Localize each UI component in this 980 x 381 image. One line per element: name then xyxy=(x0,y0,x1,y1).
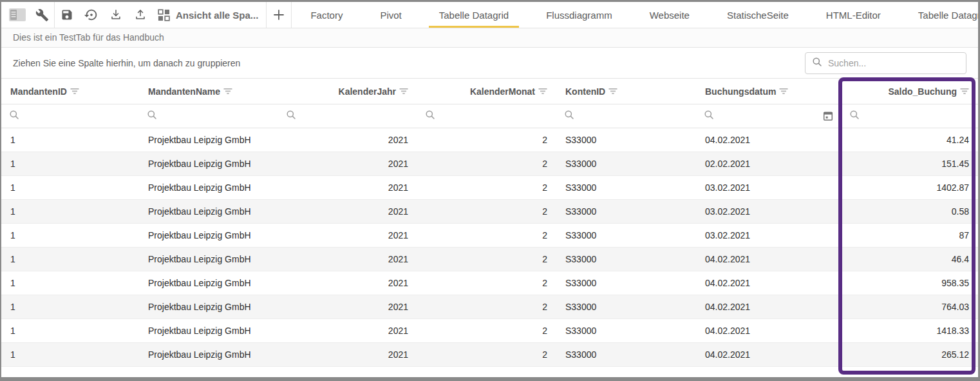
cell-mandantenname[interactable]: Projektbau Leipzig GmbH xyxy=(139,230,278,240)
table-row[interactable]: 1Projektbau Leipzig GmbH20212S3300003.02… xyxy=(1,200,978,224)
cell-mandantenname[interactable]: Projektbau Leipzig GmbH xyxy=(139,349,278,360)
cell-kalendermonat[interactable]: 2 xyxy=(417,254,556,264)
cell-mandantenid[interactable]: 1 xyxy=(1,278,139,288)
filter-cell-mandantenid[interactable] xyxy=(1,104,139,128)
cell-saldo-buchung[interactable]: 958.35 xyxy=(842,278,978,288)
tab-tabelle-datagrid2[interactable]: Tabelle Datagrid2 xyxy=(908,2,980,28)
settings-button[interactable] xyxy=(30,2,54,28)
filter-cell-kalendermonat[interactable] xyxy=(417,104,556,128)
filter-lines-icon[interactable] xyxy=(538,86,547,97)
cell-mandantenid[interactable]: 1 xyxy=(1,302,139,312)
filter-input-kalendermonat[interactable] xyxy=(440,111,549,121)
tab-webseite[interactable]: Webseite xyxy=(639,2,700,28)
cell-buchungsdatum[interactable]: 04.02.2021 xyxy=(696,326,842,336)
column-header-mandantenname[interactable]: MandantenName xyxy=(139,79,278,104)
column-header-kontenid[interactable]: KontenID xyxy=(556,79,696,104)
filter-lines-icon[interactable] xyxy=(70,86,79,97)
cell-mandantenid[interactable]: 1 xyxy=(1,206,139,217)
filter-lines-icon[interactable] xyxy=(779,86,788,97)
cell-buchungsdatum[interactable]: 03.02.2021 xyxy=(696,206,842,217)
cell-kalenderjahr[interactable]: 2021 xyxy=(278,278,417,288)
cell-mandantenid[interactable]: 1 xyxy=(1,230,139,240)
filter-cell-kalenderjahr[interactable] xyxy=(278,104,417,128)
cell-saldo-buchung[interactable]: 265.12 xyxy=(842,349,978,360)
cell-saldo-buchung[interactable]: 1402.87 xyxy=(842,182,978,193)
column-header-kalenderjahr[interactable]: KalenderJahr xyxy=(278,79,417,104)
cell-buchungsdatum[interactable]: 04.02.2021 xyxy=(696,254,842,264)
cell-buchungsdatum[interactable]: 04.02.2021 xyxy=(696,278,842,288)
tab-pivot[interactable]: Pivot xyxy=(370,2,411,28)
filter-input-kalenderjahr[interactable] xyxy=(301,111,410,121)
cell-kontenid[interactable]: S33000 xyxy=(556,206,696,217)
filter-lines-icon[interactable] xyxy=(608,86,617,97)
restore-button[interactable] xyxy=(79,2,104,28)
view-all-columns-button[interactable]: Ansicht alle Spa... xyxy=(153,2,266,28)
cell-mandantenid[interactable]: 1 xyxy=(1,349,139,360)
filter-cell-buchungsdatum[interactable] xyxy=(696,104,842,128)
cell-buchungsdatum[interactable]: 04.02.2021 xyxy=(696,302,842,312)
upload-button[interactable] xyxy=(128,2,153,28)
cell-kontenid[interactable]: S33000 xyxy=(556,159,696,169)
cell-saldo-buchung[interactable]: 151.45 xyxy=(842,159,978,169)
cell-kalenderjahr[interactable]: 2021 xyxy=(278,254,417,264)
tab-html-editor[interactable]: HTML-Editor xyxy=(816,2,891,28)
cell-buchungsdatum[interactable]: 03.02.2021 xyxy=(696,230,842,240)
cell-kontenid[interactable]: S33000 xyxy=(556,254,696,264)
column-header-saldo-buchung[interactable]: Saldo_Buchung xyxy=(842,79,978,104)
cell-kontenid[interactable]: S33000 xyxy=(556,302,696,312)
table-row[interactable]: 1Projektbau Leipzig GmbH20212S3300004.02… xyxy=(1,271,978,295)
cell-mandantenname[interactable]: Projektbau Leipzig GmbH xyxy=(139,182,278,193)
cell-kalendermonat[interactable]: 2 xyxy=(417,278,556,288)
cell-buchungsdatum[interactable]: 04.02.2021 xyxy=(696,135,842,145)
cell-kalendermonat[interactable]: 2 xyxy=(417,302,556,312)
cell-kalenderjahr[interactable]: 2021 xyxy=(278,302,417,312)
cell-kalenderjahr[interactable]: 2021 xyxy=(278,326,417,336)
filter-input-saldo-buchung[interactable] xyxy=(864,111,970,121)
cell-mandantenname[interactable]: Projektbau Leipzig GmbH xyxy=(139,135,278,145)
download-button[interactable] xyxy=(104,2,128,28)
cell-buchungsdatum[interactable]: 04.02.2021 xyxy=(696,349,842,360)
filter-lines-icon[interactable] xyxy=(223,86,232,97)
filter-cell-saldo-buchung[interactable] xyxy=(842,104,978,128)
cell-kalendermonat[interactable]: 2 xyxy=(417,159,556,169)
cell-kontenid[interactable]: S33000 xyxy=(556,326,696,336)
cell-buchungsdatum[interactable]: 03.02.2021 xyxy=(696,182,842,193)
cell-mandantenname[interactable]: Projektbau Leipzig GmbH xyxy=(139,159,278,169)
cell-kalenderjahr[interactable]: 2021 xyxy=(278,159,417,169)
table-row[interactable]: 1Projektbau Leipzig GmbH20212S3300002.02… xyxy=(1,152,978,176)
cell-kalendermonat[interactable]: 2 xyxy=(417,182,556,193)
filter-input-mandantenname[interactable] xyxy=(162,111,270,121)
tab-factory[interactable]: Factory xyxy=(300,2,353,28)
tab-statischeseite[interactable]: StatischeSeite xyxy=(717,2,799,28)
calendar-icon[interactable] xyxy=(822,110,834,122)
add-tab-button[interactable] xyxy=(267,2,291,28)
cell-kontenid[interactable]: S33000 xyxy=(556,349,696,360)
cell-kalenderjahr[interactable]: 2021 xyxy=(278,182,417,193)
tab-tabelle-datagrid[interactable]: Tabelle Datagrid xyxy=(429,2,519,28)
cell-kontenid[interactable]: S33000 xyxy=(556,278,696,288)
filter-cell-kontenid[interactable] xyxy=(556,104,696,128)
filter-input-mandantenid[interactable] xyxy=(24,111,131,121)
tab-flussdiagramm[interactable]: Flussdiagramm xyxy=(536,2,623,28)
cell-mandantenname[interactable]: Projektbau Leipzig GmbH xyxy=(139,206,278,217)
cell-saldo-buchung[interactable]: 1418.33 xyxy=(842,326,978,336)
cell-kontenid[interactable]: S33000 xyxy=(556,135,696,145)
cell-saldo-buchung[interactable]: 87 xyxy=(842,230,978,240)
filter-input-kontenid[interactable] xyxy=(579,111,688,121)
column-header-kalendermonat[interactable]: KalenderMonat xyxy=(417,79,556,104)
table-row[interactable]: 1Projektbau Leipzig GmbH20212S3300003.02… xyxy=(1,224,978,248)
cell-kalenderjahr[interactable]: 2021 xyxy=(278,349,417,360)
cell-mandantenid[interactable]: 1 xyxy=(1,159,139,169)
cell-kalendermonat[interactable]: 2 xyxy=(417,135,556,145)
table-row[interactable]: 1Projektbau Leipzig GmbH20212S3300004.02… xyxy=(1,248,978,271)
column-header-mandantenid[interactable]: MandantenID xyxy=(1,79,139,104)
cell-mandantenname[interactable]: Projektbau Leipzig GmbH xyxy=(139,326,278,336)
cell-buchungsdatum[interactable]: 02.02.2021 xyxy=(696,159,842,169)
cell-mandantenid[interactable]: 1 xyxy=(1,326,139,336)
filter-input-buchungsdatum[interactable] xyxy=(719,111,818,121)
cell-kontenid[interactable]: S33000 xyxy=(556,182,696,193)
cell-kalendermonat[interactable]: 2 xyxy=(417,206,556,217)
cell-kalenderjahr[interactable]: 2021 xyxy=(278,230,417,240)
cell-kalenderjahr[interactable]: 2021 xyxy=(278,135,417,145)
cell-saldo-buchung[interactable]: 46.4 xyxy=(842,254,978,264)
